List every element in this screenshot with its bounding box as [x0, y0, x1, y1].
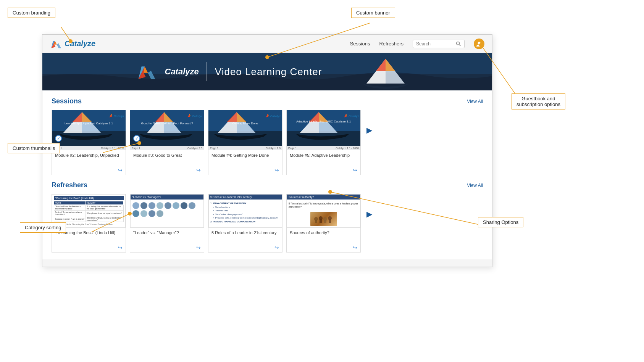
refresher-share-2[interactable]: ↪ [196, 245, 201, 251]
refresher-thumb-3: 5 Roles of a Leader in 21st century 1. M… [208, 194, 282, 228]
svg-point-4 [457, 42, 460, 45]
refreshers-section-header: Refreshers View All [52, 181, 483, 189]
nav-sessions[interactable]: Sessions [350, 41, 370, 47]
banner-content: Catalyze Video Learning Center [136, 62, 322, 81]
annotation-sharing-options: Sharing Options [478, 217, 523, 227]
refresher-info-4: Sources of authority? [287, 228, 360, 243]
share-icon-1[interactable]: ↪ [118, 167, 123, 173]
refreshers-next-button[interactable]: ▶ [365, 194, 374, 234]
card-thumb-footer-2: Page 1 Catalyze 2.0 [130, 146, 204, 150]
browser-window: Catalyze Sessions Refreshers [42, 34, 492, 267]
card-page-4: Page 1 [288, 147, 297, 150]
svg-line-5 [459, 44, 461, 46]
card-thumb-logo-1: Catalyze [109, 112, 124, 120]
session-card-3[interactable]: Catalyze Getting More Done Page 1 Cataly… [208, 110, 282, 175]
card-thumb-footer-3: Page 1 Catalyze 2.0 [208, 146, 282, 150]
card-copy-1: Catalyze 1.1 - 2018 [101, 147, 124, 150]
card-info-1: Module #2: Leadership, Unpacked [52, 150, 126, 166]
svg-rect-60 [329, 219, 331, 223]
card-footer-1: ↪ [52, 166, 126, 175]
card-thumb-logo-2: Catalyze [187, 112, 202, 120]
banner: Catalyze Video Learning Center [42, 53, 492, 90]
refreshers-title: Refreshers [52, 181, 87, 189]
card-thumb-footer-4: Page 1 Catalyze 1.1 - 2018 [287, 146, 360, 150]
svg-point-6 [478, 42, 481, 44]
refresher-card-2[interactable]: "Leader" vs. "Manager"? [130, 194, 204, 253]
card-copy-2: Catalyze 2.0 [187, 147, 202, 150]
sessions-next-button[interactable]: ▶ [365, 110, 374, 150]
nav-refreshers[interactable]: Refreshers [379, 41, 404, 47]
svg-rect-54 [315, 220, 317, 223]
user-avatar[interactable] [474, 39, 484, 49]
card-footer-3: ↪ [208, 166, 282, 175]
card-check-2: ✓ [133, 135, 140, 142]
logo-area: Catalyze [50, 38, 95, 50]
refresher-card-4[interactable]: Sources of authority? If "formal authori… [286, 194, 361, 253]
refresher-share-1[interactable]: ↪ [118, 245, 123, 251]
sessions-view-all[interactable]: View All [467, 99, 483, 104]
card-thumb-text-2: Good to Great – Which Foot Forward? [137, 120, 196, 127]
refresher-share-3[interactable]: ↪ [274, 245, 279, 251]
card-thumb-logo-4: Catalyze [344, 112, 359, 120]
card-thumb-logo-3: Catalyze [265, 112, 281, 120]
refresher-title-4: Sources of authority? [290, 230, 357, 235]
card-footer-2: ↪ [130, 166, 204, 175]
refresher-card-3[interactable]: 5 Roles of a Leader in 21st century 1. M… [208, 194, 282, 253]
svg-marker-16 [148, 71, 155, 79]
refresher-title-3: 5 Roles of a Leader in 21st century [211, 230, 279, 235]
card-page-2: Page 1 [132, 147, 140, 150]
content-area: Sessions View All [42, 90, 492, 259]
card-copy-4: Catalyze 1.1 - 2018 [336, 147, 359, 150]
svg-text:Catalyze: Catalyze [114, 114, 124, 118]
refresher-info-3: 5 Roles of a Leader in 21st century [208, 228, 282, 243]
card-info-2: Module #3: Good to Great [130, 150, 204, 166]
catalyze-logo-icon [50, 38, 62, 50]
card-thumb-text-1: Leadership, Unpacked Catalyze 1:1 [59, 120, 118, 127]
session-card-1[interactable]: Catalyze Leadership, Unpacked Catalyze 1… [52, 110, 126, 175]
card-thumbnail-4: Catalyze Adaptive Leadership: DISC Catal… [287, 110, 360, 150]
refreshers-view-all[interactable]: View All [467, 183, 483, 188]
svg-rect-58 [324, 220, 326, 223]
refresher-footer-2: ↪ [130, 243, 204, 252]
refresher-info-2: "Leader" vs. "Manager"? [130, 228, 204, 243]
search-icon [456, 41, 461, 47]
refresher-share-4[interactable]: ↪ [353, 245, 357, 251]
refresher-thumb-2: "Leader" vs. "Manager"? [130, 194, 204, 228]
session-card-4[interactable]: Catalyze Adaptive Leadership: DISC Catal… [286, 110, 361, 175]
annotation-guestbook: Guestbook and subscription options [512, 93, 565, 109]
card-check-1: ✓ [55, 135, 62, 142]
card-thumb-text-3: Getting More Done [216, 120, 274, 127]
annotation-custom-branding: Custom branding [8, 8, 55, 18]
share-icon-4[interactable]: ↪ [353, 167, 357, 173]
banner-title: Video Learning Center [215, 66, 322, 78]
refresher-footer-1: ↪ [52, 243, 126, 252]
refresher-title-2: "Leader" vs. "Manager"? [133, 230, 201, 235]
card-thumbnail-3: Catalyze Getting More Done Page 1 Cataly… [208, 110, 282, 150]
annotation-custom-banner: Custom banner [351, 8, 395, 18]
search-box[interactable] [413, 40, 465, 48]
nav-links: Sessions Refreshers [350, 39, 484, 49]
session-card-2[interactable]: Catalyze Good to Great – Which Foot Forw… [130, 110, 204, 175]
banner-brand-text: Catalyze [165, 67, 199, 77]
refreshers-cards-row: "Becoming the Boss" (Linda Hill) MYTH RE… [52, 194, 483, 253]
annotation-category-sorting: Category sorting [20, 222, 66, 233]
share-icon-3[interactable]: ↪ [274, 167, 279, 173]
sessions-section-header: Sessions View All [52, 97, 483, 105]
search-input[interactable] [416, 41, 454, 47]
sessions-cards-row: Catalyze Leadership, Unpacked Catalyze 1… [52, 110, 483, 175]
svg-text:Catalyze: Catalyze [270, 114, 281, 118]
svg-marker-3 [57, 43, 61, 48]
card-info-4: Module #5: Adaptive Leadership [287, 150, 360, 166]
svg-text:Catalyze: Catalyze [192, 114, 202, 118]
refresher-thumb-title-1: "Becoming the Boss" (Linda Hill) [54, 196, 124, 200]
card-title-2: Module #3: Good to Great [133, 153, 201, 158]
banner-logo-icon [136, 62, 157, 81]
card-thumbnail-2: Catalyze Good to Great – Which Foot Forw… [130, 110, 204, 150]
banner-divider [207, 62, 207, 81]
refresher-thumb-4: Sources of authority? If "formal authori… [287, 194, 360, 228]
svg-rect-56 [320, 219, 322, 223]
share-icon-2[interactable]: ↪ [196, 167, 201, 173]
refresher-footer-3: ↪ [208, 243, 282, 252]
card-page-3: Page 1 [210, 147, 218, 150]
sessions-title: Sessions [52, 97, 82, 105]
